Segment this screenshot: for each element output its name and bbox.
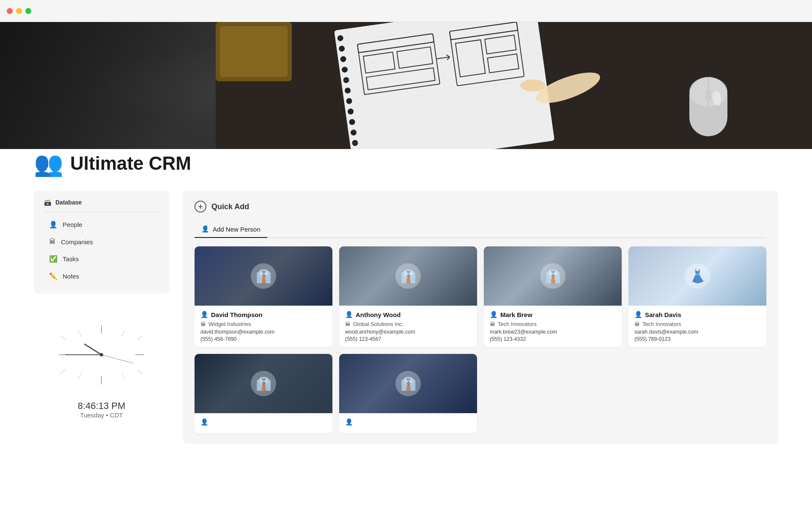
svg-line-73 — [60, 370, 66, 374]
sidebar-card: 🗃️ Database 👤 People 🏛 Companies ✅ Tasks… — [34, 190, 169, 294]
clock-date: Tuesday • CDT — [80, 411, 123, 419]
maximize-button[interactable] — [25, 8, 31, 14]
person-icon: 👤 — [345, 418, 353, 426]
clock-area: 8:46:13 PM Tuesday • CDT — [34, 304, 169, 427]
person-phone-david: (555) 456-7890 — [200, 336, 326, 342]
person-info-mark: 👤 Mark Brew 🏛 Tech Innovators mark.brew2… — [484, 306, 622, 347]
person-icon: 👤 — [200, 418, 208, 426]
svg-line-69 — [137, 336, 143, 340]
person-info-david: 👤 David Thompson 🏛 Widget Industries dav… — [195, 306, 332, 347]
person-company-anthony: 🏛 Global Solutions Inc. — [345, 321, 471, 327]
person-photo-6: 👔 — [339, 354, 477, 413]
sidebar: 🗃️ Database 👤 People 🏛 Companies ✅ Tasks… — [34, 190, 169, 444]
notes-icon: ✏️ — [49, 272, 58, 280]
minimize-button[interactable] — [16, 8, 22, 14]
sidebar-section-title: 🗃️ Database — [44, 199, 159, 212]
svg-line-68 — [121, 331, 125, 337]
clock-time: 8:46:13 PM — [78, 400, 126, 411]
company-icon: 🏛 — [345, 321, 351, 327]
person-phone-sarah: (555) 789-0123 — [634, 336, 760, 342]
person-info-6: 👤 — [339, 413, 477, 433]
svg-line-74 — [60, 336, 66, 340]
person-phone-mark: (555) 123-4332 — [490, 336, 616, 342]
sidebar-item-tasks[interactable]: ✅ Tasks — [44, 251, 159, 267]
svg-line-76 — [85, 344, 102, 355]
person-card-anthony[interactable]: 👔 👤 Anthony Wood 🏛 Global Solutions Inc.… — [339, 246, 477, 347]
svg-rect-62 — [705, 90, 711, 100]
people-icon: 👤 — [49, 221, 58, 229]
company-icon: 🏛 — [200, 321, 206, 327]
svg-point-79 — [100, 353, 103, 356]
sidebar-item-companies[interactable]: 🏛 Companies — [44, 234, 159, 250]
crm-icon: 👥 — [34, 150, 63, 178]
person-card-5[interactable]: 👔 👤 — [195, 354, 332, 433]
close-button[interactable] — [7, 8, 13, 14]
quick-add-icon[interactable]: + — [195, 201, 206, 213]
company-icon: 🏛 — [490, 321, 495, 327]
person-icon: 👤 — [200, 311, 208, 318]
person-name-5: 👤 — [200, 418, 326, 426]
person-info-5: 👤 — [195, 413, 332, 433]
person-company-sarah: 🏛 Tech Innovators — [634, 321, 760, 327]
svg-line-70 — [137, 370, 143, 374]
tabs: 👤 Add New Person — [195, 221, 766, 238]
right-panel: + Quick Add 👤 Add New Person 👔 — [183, 190, 778, 444]
tab-add-new-person[interactable]: 👤 Add New Person — [195, 221, 267, 238]
person-card-6[interactable]: 👔 👤 — [339, 354, 477, 433]
svg-point-58 — [520, 80, 546, 91]
person-email-anthony: wood.anrhony@example.com — [345, 329, 471, 335]
person-info-anthony: 👤 Anthony Wood 🏛 Global Solutions Inc. w… — [339, 306, 477, 347]
person-name-6: 👤 — [345, 418, 471, 426]
svg-line-71 — [121, 373, 125, 379]
sidebar-item-people[interactable]: 👤 People — [44, 216, 159, 233]
person-photo-david: 👔 — [195, 246, 332, 306]
person-icon: 👤 — [345, 311, 353, 318]
person-company-david: 🏛 Widget Industries — [200, 321, 326, 327]
person-email-mark: mark.brew23@example.com — [490, 329, 616, 335]
panel-header: + Quick Add — [195, 201, 766, 213]
person-phone-anthony: (555) 123-4567 — [345, 336, 471, 342]
person-card-mark[interactable]: 👔 👤 Mark Brew 🏛 Tech Innovators mark.bre… — [484, 246, 622, 347]
people-grid: 👔 👤 David Thompson 🏛 Widget Industries d… — [195, 246, 766, 433]
person-email-david: david.thompson@example.com — [200, 329, 326, 335]
person-email-sarah: sarah.davis@example.com — [634, 329, 760, 335]
person-tab-icon: 👤 — [201, 225, 209, 233]
two-col-layout: 🗃️ Database 👤 People 🏛 Companies ✅ Tasks… — [34, 190, 778, 444]
person-name-sarah: 👤 Sarah Davis — [634, 311, 760, 318]
sidebar-item-notes[interactable]: ✏️ Notes — [44, 268, 159, 284]
main-content: 👥 Ultimate CRM 🗃️ Database 👤 People 🏛 Co… — [0, 149, 812, 444]
person-icon: 👤 — [490, 311, 498, 318]
person-name-anthony: 👤 Anthony Wood — [345, 311, 471, 318]
person-card-sarah[interactable]: 👗 👤 Sarah Davis 🏛 Tech Innovators sarah.… — [628, 246, 766, 347]
person-photo-anthony: 👔 — [339, 246, 477, 306]
person-name-david: 👤 David Thompson — [200, 311, 326, 318]
person-card-david[interactable]: 👔 👤 David Thompson 🏛 Widget Industries d… — [195, 246, 332, 347]
svg-line-75 — [78, 331, 82, 337]
companies-icon: 🏛 — [49, 238, 56, 246]
svg-rect-2 — [220, 26, 288, 77]
svg-line-78 — [102, 355, 133, 363]
svg-line-72 — [78, 373, 82, 379]
person-photo-sarah: 👗 — [628, 246, 766, 306]
tasks-icon: ✅ — [49, 255, 58, 263]
person-photo-5: 👔 — [195, 354, 332, 413]
person-company-mark: 🏛 Tech Innovators — [490, 321, 616, 327]
person-icon: 👤 — [634, 311, 642, 318]
quick-add-title: Quick Add — [211, 202, 249, 211]
clock-face — [42, 312, 161, 397]
company-icon: 🏛 — [634, 321, 640, 327]
database-icon: 🗃️ — [44, 199, 51, 206]
hero-banner — [0, 22, 812, 149]
titlebar — [0, 0, 812, 22]
person-info-sarah: 👤 Sarah Davis 🏛 Tech Innovators sarah.da… — [628, 306, 766, 347]
person-photo-mark: 👔 — [484, 246, 622, 306]
person-name-mark: 👤 Mark Brew — [490, 311, 616, 318]
